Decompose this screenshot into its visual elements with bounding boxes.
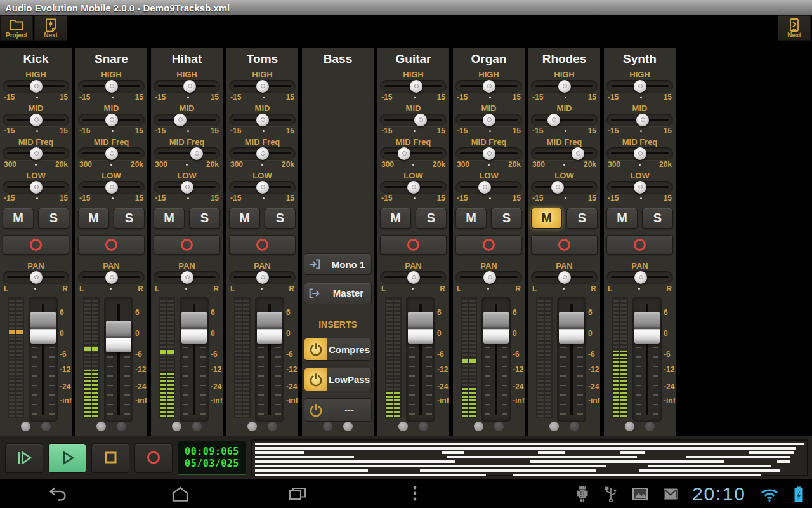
mute-button[interactable]: M — [606, 208, 638, 229]
back-button[interactable] — [48, 485, 68, 504]
eq-slider-high-track[interactable] — [531, 80, 598, 93]
record-arm-button[interactable] — [606, 235, 673, 255]
eq-slider-mid-track[interactable] — [229, 114, 296, 126]
record-arm-button[interactable] — [531, 235, 598, 255]
project-button[interactable]: Project — [0, 15, 33, 41]
eq-slider-mid-knob[interactable] — [547, 114, 560, 126]
volume-fader[interactable] — [29, 297, 58, 422]
power-icon[interactable] — [304, 338, 327, 361]
eq-slider-mid-freq-knob[interactable] — [105, 147, 118, 160]
volume-fader[interactable] — [557, 297, 586, 422]
eq-slider-mid-track[interactable] — [78, 114, 145, 126]
eq-slider-mid-knob[interactable] — [174, 114, 187, 126]
solo-button[interactable]: S — [566, 208, 598, 229]
record-arm-button[interactable] — [154, 235, 220, 255]
mute-button[interactable]: M — [229, 208, 260, 229]
fader-cap[interactable] — [181, 312, 207, 344]
eq-slider-high-track[interactable] — [154, 80, 220, 93]
pan-slider-track[interactable] — [455, 271, 522, 284]
eq-slider-mid-knob[interactable] — [30, 114, 43, 126]
eq-slider-high-track[interactable] — [229, 80, 296, 93]
play-button[interactable] — [48, 443, 86, 473]
mute-button[interactable]: M — [78, 208, 109, 229]
status-clock[interactable]: 20:10 — [692, 483, 746, 505]
eq-slider-high-knob[interactable] — [30, 80, 43, 93]
eq-slider-mid-freq-knob[interactable] — [30, 147, 43, 160]
pan-slider-track[interactable] — [78, 271, 145, 284]
recents-button[interactable] — [287, 485, 308, 504]
pan-slider-knob[interactable] — [105, 271, 118, 284]
solo-button[interactable]: S — [114, 208, 145, 229]
solo-button[interactable]: S — [416, 208, 447, 229]
pan-slider-track[interactable] — [229, 271, 296, 284]
mute-button[interactable]: M — [380, 208, 411, 229]
fader-cap[interactable] — [408, 312, 433, 344]
email-icon[interactable] — [662, 486, 679, 502]
mute-button[interactable]: M — [3, 208, 34, 229]
pan-slider-track[interactable] — [380, 271, 447, 284]
solo-button[interactable]: S — [38, 208, 69, 229]
eq-slider-low-knob[interactable] — [551, 181, 564, 194]
solo-button[interactable]: S — [642, 208, 673, 229]
eq-slider-low-knob[interactable] — [478, 181, 491, 194]
eq-slider-mid-knob[interactable] — [105, 114, 118, 126]
eq-slider-low-knob[interactable] — [181, 181, 193, 194]
eq-slider-low-knob[interactable] — [30, 181, 43, 194]
eq-slider-high-knob[interactable] — [410, 80, 422, 93]
eq-slider-mid-freq-track[interactable] — [455, 147, 522, 160]
eq-slider-mid-track[interactable] — [606, 114, 673, 126]
eq-slider-mid-freq-track[interactable] — [606, 147, 673, 160]
pan-slider-knob[interactable] — [181, 271, 193, 284]
battery-charging-icon[interactable] — [793, 485, 804, 503]
eq-slider-mid-knob[interactable] — [414, 114, 427, 126]
pan-slider-knob[interactable] — [634, 271, 647, 284]
pan-slider-knob[interactable] — [256, 271, 269, 284]
menu-button[interactable] — [412, 485, 417, 504]
record-button[interactable] — [134, 443, 173, 473]
pan-slider-knob[interactable] — [407, 271, 420, 284]
mute-button[interactable]: M — [455, 208, 487, 229]
insert-slot-2[interactable]: LowPass — [304, 368, 372, 391]
eq-slider-mid-track[interactable] — [154, 114, 220, 126]
eq-slider-mid-freq-knob[interactable] — [634, 147, 646, 160]
pan-slider-knob[interactable] — [483, 271, 496, 284]
arrangement-overview[interactable] — [251, 439, 808, 476]
eq-slider-mid-track[interactable] — [380, 114, 447, 126]
insert-slot-1[interactable]: Compres — [304, 338, 372, 361]
record-arm-button[interactable] — [229, 235, 296, 255]
solo-button[interactable]: S — [265, 208, 296, 229]
pan-slider-knob[interactable] — [558, 271, 571, 284]
eq-slider-mid-knob[interactable] — [256, 114, 269, 126]
volume-fader[interactable] — [104, 297, 133, 422]
fader-cap[interactable] — [106, 321, 131, 352]
eq-slider-high-knob[interactable] — [483, 80, 495, 93]
eq-slider-high-track[interactable] — [380, 80, 447, 93]
eq-slider-mid-freq-track[interactable] — [78, 147, 145, 160]
eq-slider-low-knob[interactable] — [105, 181, 118, 194]
play-from-start-button[interactable] — [5, 443, 43, 473]
volume-fader[interactable] — [481, 297, 511, 422]
eq-slider-low-knob[interactable] — [407, 181, 420, 194]
eq-slider-mid-track[interactable] — [3, 114, 69, 126]
eq-slider-mid-freq-knob[interactable] — [572, 147, 584, 160]
pan-slider-track[interactable] — [154, 271, 220, 284]
volume-fader[interactable] — [255, 297, 284, 422]
next-button-right[interactable]: Next — [778, 15, 811, 41]
pan-slider-track[interactable] — [531, 271, 598, 284]
input-routing-button[interactable]: Mono 1 — [304, 253, 372, 275]
fader-cap[interactable] — [634, 312, 660, 344]
mute-button[interactable]: M — [154, 208, 185, 229]
fader-cap[interactable] — [483, 312, 509, 344]
eq-slider-high-track[interactable] — [78, 80, 145, 93]
record-arm-button[interactable] — [455, 235, 522, 255]
eq-slider-low-knob[interactable] — [256, 181, 269, 194]
volume-fader[interactable] — [180, 297, 209, 422]
power-icon[interactable] — [304, 399, 327, 421]
usb-icon[interactable] — [603, 485, 619, 503]
wifi-icon[interactable] — [759, 485, 780, 503]
output-routing-button[interactable]: Master — [304, 283, 372, 304]
eq-slider-mid-freq-knob[interactable] — [256, 147, 269, 160]
eq-slider-mid-freq-knob[interactable] — [398, 147, 410, 160]
pan-slider-track[interactable] — [606, 271, 673, 284]
eq-slider-mid-freq-track[interactable] — [154, 147, 220, 160]
